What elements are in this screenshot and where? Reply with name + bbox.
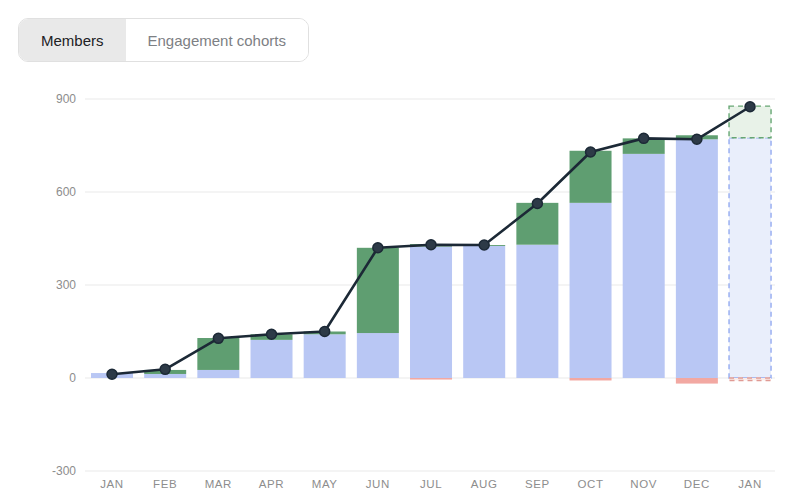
x-axis-month-label: MAR (205, 478, 232, 490)
bar-existing-members[interactable] (251, 340, 293, 378)
bar-existing-members[interactable] (357, 333, 399, 378)
y-axis-tick-label: 300 (56, 278, 76, 292)
bar-churned-members-forecast[interactable] (729, 378, 771, 380)
bar-existing-members[interactable] (623, 154, 665, 378)
bar-churned-members[interactable] (410, 378, 452, 380)
bar-new-members[interactable] (357, 248, 399, 333)
x-axis-month-label: JUL (420, 478, 442, 490)
total-members-point[interactable] (373, 243, 383, 253)
total-members-point[interactable] (267, 329, 277, 339)
bar-existing-members-forecast[interactable] (729, 138, 771, 378)
view-switcher: Members Engagement cohorts (18, 18, 309, 62)
x-axis-month-label: OCT (577, 478, 603, 490)
total-members-point[interactable] (107, 369, 117, 379)
members-growth-chart: -3000300600900JANFEBMARAPRMAYJUNJULAUGSE… (0, 0, 800, 504)
x-axis-month-label: NOV (630, 478, 657, 490)
total-members-point[interactable] (479, 240, 489, 250)
y-axis-tick-label: 600 (56, 185, 76, 199)
y-axis-tick-label: 0 (69, 371, 76, 385)
total-members-point[interactable] (745, 102, 755, 112)
x-axis-month-label: FEB (153, 478, 177, 490)
total-members-point[interactable] (213, 333, 223, 343)
bar-existing-members[interactable] (463, 246, 505, 378)
total-members-point[interactable] (160, 364, 170, 374)
x-axis-month-label: JUN (366, 478, 390, 490)
bar-existing-members[interactable] (676, 139, 718, 378)
total-members-point[interactable] (426, 240, 436, 250)
y-axis-tick-label: 900 (56, 92, 76, 106)
x-axis-month-label: JAN (738, 478, 762, 490)
x-axis-month-label: JAN (100, 478, 124, 490)
bar-existing-members[interactable] (304, 334, 346, 378)
x-axis-month-label: SEP (525, 478, 550, 490)
bar-existing-members[interactable] (410, 247, 452, 378)
x-axis-month-label: AUG (471, 478, 498, 490)
x-axis-month-label: MAY (312, 478, 338, 490)
bar-existing-members[interactable] (197, 370, 239, 378)
total-members-point[interactable] (532, 198, 542, 208)
tab-engagement-cohorts[interactable]: Engagement cohorts (126, 19, 308, 61)
total-members-point[interactable] (639, 133, 649, 143)
total-members-point[interactable] (692, 134, 702, 144)
y-axis-tick-label: -300 (52, 464, 76, 478)
total-members-point[interactable] (586, 147, 596, 157)
tab-members[interactable]: Members (19, 19, 126, 61)
x-axis-month-label: APR (259, 478, 284, 490)
total-members-point[interactable] (320, 327, 330, 337)
bar-existing-members[interactable] (570, 203, 612, 378)
bar-new-members[interactable] (570, 151, 612, 203)
x-axis-month-label: DEC (684, 478, 710, 490)
bar-existing-members[interactable] (516, 245, 558, 378)
bar-churned-members[interactable] (570, 378, 612, 380)
bar-churned-members[interactable] (676, 378, 718, 384)
